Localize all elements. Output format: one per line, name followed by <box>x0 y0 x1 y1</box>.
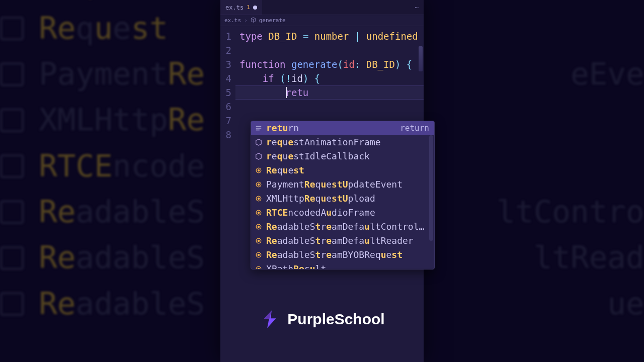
svg-point-10 <box>258 198 259 199</box>
suggest-detail: return <box>400 121 429 135</box>
suggest-scrollbar[interactable] <box>429 135 433 241</box>
line-gutter: 12345678 <box>220 26 235 362</box>
svg-point-12 <box>258 212 259 213</box>
keyword-icon <box>255 125 262 132</box>
class-icon <box>255 209 262 216</box>
active-line-highlight <box>235 85 424 100</box>
svg-rect-4 <box>256 130 260 131</box>
svg-rect-3 <box>256 128 262 129</box>
editor-panel: ex.ts 1 ⋯ ex.ts › generate 12345678 type… <box>220 0 424 362</box>
svg-point-18 <box>258 254 259 255</box>
class-icon <box>255 195 262 202</box>
tab-bar: ex.ts 1 ⋯ <box>220 0 424 15</box>
class-icon <box>255 181 262 188</box>
svg-point-8 <box>258 184 259 185</box>
tab-filename: ex.ts <box>225 4 244 11</box>
suggest-item[interactable]: requestIdleCallback <box>251 149 434 163</box>
suggest-label: XMLHttpRequestUpload <box>266 192 430 206</box>
suggest-item[interactable]: XMLHttpRequestUpload <box>251 192 434 206</box>
suggest-item[interactable]: RTCEncodedAudioFrame <box>251 206 434 220</box>
suggest-item[interactable]: returnreturn <box>251 121 434 135</box>
suggest-item[interactable]: PaymentRequestUpdateEvent <box>251 177 434 192</box>
class-icon <box>255 251 262 258</box>
breadcrumb-symbol: generate <box>259 17 286 24</box>
class-icon <box>255 237 262 244</box>
function-icon <box>255 139 262 146</box>
suggest-label: Request <box>266 163 430 177</box>
svg-point-16 <box>258 240 259 241</box>
text-cursor <box>286 87 287 98</box>
tab-modified-dot <box>253 6 257 10</box>
logo-icon <box>259 309 280 330</box>
class-icon <box>255 223 262 230</box>
svg-point-14 <box>258 226 259 227</box>
chevron-right-icon: › <box>244 17 248 24</box>
suggest-label: requestIdleCallback <box>266 149 430 163</box>
tab-active[interactable]: ex.ts 1 <box>220 0 262 15</box>
code-line-1: type DB_ID = number | undefined <box>239 29 424 43</box>
svg-point-20 <box>258 268 259 269</box>
suggest-label: requestAnimationFrame <box>266 135 430 149</box>
suggest-item[interactable]: Request <box>251 163 434 177</box>
code-line-2 <box>239 43 424 57</box>
suggest-item[interactable]: ReadableStreamDefaultReader <box>251 234 434 248</box>
suggest-item[interactable]: requestAnimationFrame <box>251 135 434 149</box>
suggest-item[interactable]: ReadableStreamBYOBRequest <box>251 248 434 262</box>
suggest-label: RTCEncodedAudioFrame <box>266 206 430 220</box>
cube-icon <box>251 17 256 24</box>
watermark-logo: PurpleSchool <box>259 309 384 330</box>
suggest-item[interactable]: XPathResult <box>251 262 434 269</box>
suggest-label: ReadableStreamDefaultControl… <box>266 220 430 234</box>
suggest-item[interactable]: ReadableStreamDefaultControl… <box>251 220 434 234</box>
svg-point-6 <box>258 169 259 171</box>
breadcrumb-file: ex.ts <box>224 17 241 24</box>
intellisense-popup[interactable]: returnreturnrequestAnimationFramerequest… <box>251 121 435 269</box>
more-icon[interactable]: ⋯ <box>415 4 419 11</box>
suggest-label: PaymentRequestUpdateEvent <box>266 177 430 192</box>
svg-rect-2 <box>256 126 262 127</box>
class-icon <box>255 265 262 269</box>
code-line-4: if (!id) { <box>239 71 424 85</box>
tab-actions: ⋯ <box>410 4 424 11</box>
suggest-label: ReadableStreamBYOBRequest <box>266 248 430 262</box>
logo-text: PurpleSchool <box>287 311 384 328</box>
class-icon <box>255 167 262 174</box>
minimap[interactable] <box>419 46 423 71</box>
suggest-label: ReadableStreamDefaultReader <box>266 234 430 248</box>
breadcrumbs[interactable]: ex.ts › generate <box>220 15 424 26</box>
tab-error-count: 1 <box>247 4 250 11</box>
code-line-3: function generate(id: DB_ID) { <box>239 57 424 71</box>
suggest-label: XPathResult <box>266 262 430 269</box>
function-icon <box>255 153 262 160</box>
